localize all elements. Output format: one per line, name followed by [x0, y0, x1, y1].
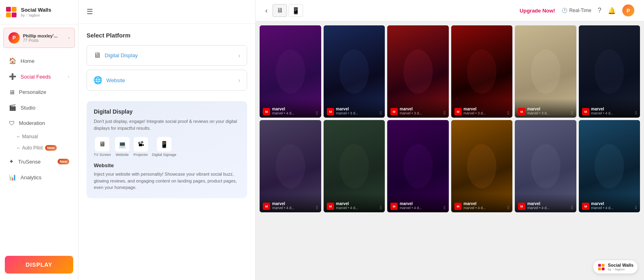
post-handle: marvel • 4 d...	[272, 206, 314, 210]
post-card[interactable]: M marvel marvel • 4 d... 	[579, 120, 640, 212]
svg-point-5	[276, 49, 305, 93]
clock-icon: 🕐	[561, 8, 568, 13]
svg-point-41	[467, 144, 496, 188]
middle-header: ☰	[78, 0, 255, 24]
logo-sub: by ♡tagbox	[21, 13, 51, 17]
website-code-icon: 💻	[115, 137, 130, 151]
post-card[interactable]: M marvel marvel • 4 d... 	[324, 120, 385, 212]
svg-text:M: M	[265, 205, 268, 208]
svg-rect-56	[598, 268, 601, 270]
watermark-text: Social Walls	[608, 263, 634, 268]
post-username: marvel	[591, 107, 633, 111]
instagram-icon: 	[571, 205, 573, 210]
chevron-right-icon: ›	[238, 77, 240, 83]
post-card[interactable]: M marvel marvel • 4 d... 	[260, 120, 321, 212]
svg-point-45	[531, 144, 560, 188]
marvel-logo: M	[263, 108, 270, 115]
sidebar-item-personalize[interactable]: 🖥 Personalize	[2, 85, 76, 100]
svg-text:M: M	[329, 110, 332, 114]
sidebar-item-home[interactable]: 🏠 Home	[2, 53, 76, 68]
trusense-icon: ✦	[9, 158, 14, 165]
svg-text:M: M	[265, 110, 268, 114]
svg-text:M: M	[584, 205, 587, 208]
personalize-icon: 🖥	[9, 89, 15, 95]
digital-display-card[interactable]: 🖥 Digital Display ›	[87, 45, 247, 66]
hamburger-icon[interactable]: ☰	[87, 7, 93, 16]
sub-item-manual[interactable]: – Manual	[13, 131, 78, 142]
post-handle: marvel • 4 d...	[591, 111, 633, 115]
user-posts: 77 Posts	[23, 38, 65, 43]
post-card[interactable]: M marvel marvel • 3 d... 	[324, 25, 385, 118]
back-button[interactable]: ‹	[265, 6, 268, 15]
post-card[interactable]: M marvel marvel • 3 d... 	[515, 25, 576, 118]
post-overlay: M marvel marvel • 4 d... 	[579, 193, 640, 212]
svg-point-37	[403, 144, 433, 188]
post-overlay: M marvel marvel • 3 d... 	[451, 99, 513, 118]
post-handle: marvel • 4 d...	[527, 206, 569, 210]
promo-section: Digital Display Don't just display, enga…	[87, 101, 247, 198]
instagram-icon: 	[508, 110, 509, 115]
post-username: marvel	[527, 107, 569, 111]
website-icon: 🌐	[93, 76, 102, 85]
marvel-logo: M	[582, 108, 589, 115]
svg-point-21	[531, 49, 560, 93]
mobile-view-button[interactable]: 📱	[289, 4, 303, 17]
monitor-icon: 🖥	[93, 51, 101, 60]
autopilot-label: Auto Pilot	[22, 145, 43, 151]
user-card[interactable]: P Phillip moxley'... 77 Posts ›	[3, 28, 75, 48]
svg-rect-57	[602, 268, 605, 270]
marvel-logo: M	[454, 203, 462, 210]
upgrade-button[interactable]: Upgrade Now!	[520, 8, 555, 14]
studio-icon: 🎬	[9, 104, 17, 111]
svg-text:M: M	[456, 110, 459, 114]
avatar: P	[8, 32, 20, 44]
svg-rect-3	[6, 12, 11, 17]
desktop-view-button[interactable]: 🖥	[272, 4, 287, 17]
help-icon[interactable]: ?	[598, 7, 601, 14]
post-username: marvel	[272, 201, 314, 206]
sidebar-item-moderation[interactable]: 🛡 Moderation	[2, 116, 76, 131]
user-name: Phillip moxley'...	[23, 33, 65, 38]
svg-rect-55	[602, 264, 605, 267]
post-card[interactable]: M marvel marvel • 3 d... 	[451, 25, 513, 118]
post-handle: marvel • 4 d...	[591, 206, 633, 210]
sidebar-item-analytics[interactable]: 📊 Analytics	[2, 170, 76, 185]
post-card[interactable]: M marvel marvel • 4 d... 	[515, 120, 576, 212]
display-button[interactable]: DISPLAY	[5, 256, 73, 274]
sub-item-autopilot[interactable]: – Auto Pilot New	[13, 142, 78, 153]
post-card[interactable]: M marvel marvel • 4 d... 	[579, 25, 640, 118]
watermark-sub: by ♡tagbox	[608, 268, 634, 271]
new-badge-trusense: New	[58, 159, 69, 164]
instagram-icon: 	[444, 110, 445, 115]
main-content: ‹ 🖥 📱 Upgrade Now! 🕐 Real-Time ? 🔔 P	[256, 0, 644, 280]
svg-text:M: M	[520, 205, 523, 208]
user-avatar-top[interactable]: P	[622, 4, 634, 17]
posts-grid: M marvel marvel • 4 d...  M marvel marv…	[260, 25, 640, 212]
chevron-right-icon: ›	[68, 74, 69, 79]
chevron-right-icon: ›	[238, 52, 240, 59]
post-overlay: M marvel marvel • 3 d... 	[387, 99, 449, 118]
studio-label: Studio	[21, 105, 69, 111]
logo-area: Social Walls by ♡tagbox	[0, 0, 78, 25]
post-card[interactable]: M marvel marvel • 4 d... 	[260, 25, 321, 118]
post-username: marvel	[336, 107, 378, 111]
analytics-label: Analytics	[21, 174, 69, 180]
post-overlay: M marvel marvel • 3 d... 	[324, 99, 385, 118]
post-card[interactable]: M marvel marvel • 3 d... 	[387, 25, 449, 118]
sidebar-item-trusense[interactable]: ✦ TruSense New	[2, 154, 76, 169]
marvel-logo: M	[518, 108, 525, 115]
marvel-logo: M	[454, 108, 462, 115]
svg-point-49	[594, 144, 624, 188]
marvel-logo: M	[263, 203, 270, 210]
post-card[interactable]: M marvel marvel • 4 d... 	[387, 120, 449, 212]
post-card[interactable]: M marvel marvel • 4 d... 	[451, 120, 513, 212]
promo-icon-projector: 📽 Projector	[134, 137, 148, 157]
bell-icon[interactable]: 🔔	[608, 7, 616, 15]
nav-menu: 🏠 Home ➕ Social Feeds › 🖥 Personalize 🎬 …	[0, 51, 78, 252]
instagram-icon: 	[380, 110, 382, 115]
sidebar-item-studio[interactable]: 🎬 Studio	[2, 100, 76, 115]
website-card[interactable]: 🌐 Website ›	[87, 70, 247, 91]
sidebar-item-social-feeds[interactable]: ➕ Social Feeds ›	[2, 69, 76, 84]
svg-point-13	[403, 49, 433, 93]
post-handle: marvel • 3 d...	[527, 111, 569, 115]
